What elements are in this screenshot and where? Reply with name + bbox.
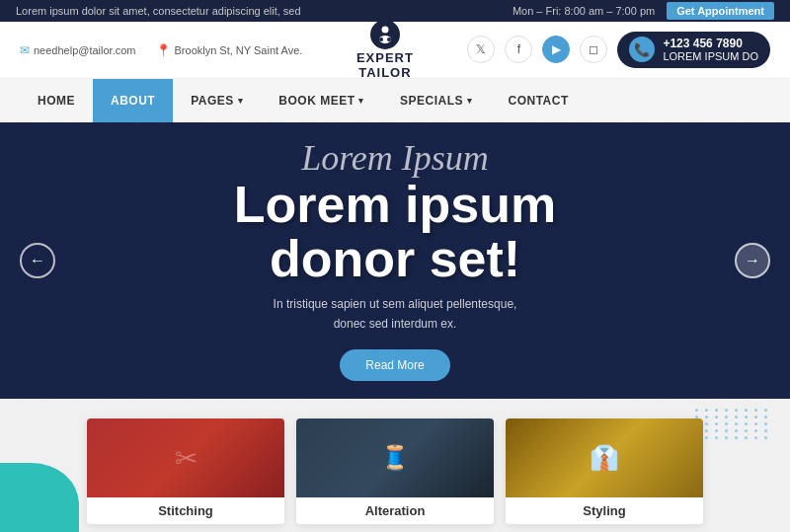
phone-label: LOREM IPSUM DO (663, 50, 758, 63)
youtube-icon[interactable]: ▶ (542, 36, 570, 63)
nav-home[interactable]: HOME (20, 79, 93, 122)
mail-icon: ✉ (20, 43, 30, 57)
svg-point-3 (387, 38, 391, 41)
service-card-styling[interactable]: Styling (506, 418, 703, 524)
svg-point-2 (379, 38, 383, 41)
hero-title-line1: Lorem ipsum (234, 176, 557, 233)
hero-main-title: Lorem ipsum donor set! (234, 178, 557, 285)
service-cards: Stitching Alteration Styling (20, 418, 770, 524)
header-contact: ✉ needhelp@tailor.com 📍 Brooklyn St, NY … (20, 43, 302, 57)
hero-cursive-text: Lorem Ipsum (234, 140, 557, 176)
hero-next-arrow[interactable]: → (735, 243, 770, 278)
svg-point-0 (381, 27, 388, 34)
hero-subtitle: In tristique sapien ut sem aliquet pelle… (267, 295, 523, 333)
logo[interactable]: EXPERT TAILOR (356, 20, 414, 80)
specials-dropdown-arrow: ▾ (467, 96, 473, 106)
location-icon: 📍 (156, 43, 171, 57)
alteration-label: Alteration (296, 497, 494, 524)
address-text: Brooklyn St, NY Saint Ave. (175, 44, 303, 56)
hero-prev-arrow[interactable]: ← (20, 243, 55, 278)
styling-label: Styling (506, 497, 703, 524)
navbar: HOME ABOUT PAGES ▾ BOOK MEET ▾ SPECIALS … (0, 79, 790, 122)
logo-line1: EXPERT (356, 51, 414, 65)
hero-content: Lorem Ipsum Lorem ipsum donor set! In tr… (234, 140, 557, 381)
logo-person-svg (374, 24, 396, 45)
email-contact: ✉ needhelp@tailor.com (20, 43, 136, 57)
service-card-alteration[interactable]: Alteration (296, 418, 494, 524)
services-section: Stitching Alteration Styling (0, 399, 790, 532)
nav-about[interactable]: ABOUT (93, 79, 173, 122)
top-bar-right: Mon – Fri: 8:00 am – 7:00 pm Get Appoint… (513, 2, 774, 20)
styling-image (506, 418, 703, 497)
instagram-icon[interactable]: ◻ (580, 36, 607, 63)
twitter-icon[interactable]: 𝕏 (467, 36, 495, 63)
facebook-icon[interactable]: f (505, 36, 532, 63)
dot-grid (695, 409, 770, 439)
get-appointment-button[interactable]: Get Appointment (667, 2, 774, 20)
address-contact: 📍 Brooklyn St, NY Saint Ave. (156, 43, 303, 57)
phone-icon: 📞 (629, 37, 655, 62)
logo-icon (370, 20, 400, 49)
stitching-label: Stitching (87, 497, 284, 524)
nav-pages[interactable]: PAGES ▾ (173, 79, 261, 122)
nav-specials[interactable]: SPECIALS ▾ (382, 79, 491, 122)
dot-pattern-decoration (695, 409, 770, 439)
stitching-image (87, 418, 284, 497)
header-right: 𝕏 f ▶ ◻ 📞 +123 456 7890 LOREM IPSUM DO (467, 32, 770, 69)
service-card-stitching[interactable]: Stitching (87, 418, 284, 524)
logo-line2: TAILOR (356, 66, 414, 80)
phone-text: +123 456 7890 LOREM IPSUM DO (663, 37, 758, 64)
book-meet-dropdown-arrow: ▾ (358, 96, 364, 106)
announcement-text: Lorem ipsum dolor sit amet, consectetur … (16, 5, 301, 17)
hero-section: ← Lorem Ipsum Lorem ipsum donor set! In … (0, 122, 790, 399)
nav-book-meet[interactable]: BOOK MEET ▾ (261, 79, 382, 122)
top-bar: Lorem ipsum dolor sit amet, consectetur … (0, 0, 790, 22)
phone-box: 📞 +123 456 7890 LOREM IPSUM DO (617, 32, 770, 69)
hero-title-line2: donor set! (270, 230, 520, 287)
nav-contact[interactable]: CONTACT (490, 79, 586, 122)
hours-text: Mon – Fri: 8:00 am – 7:00 pm (513, 5, 655, 17)
logo-text: EXPERT TAILOR (356, 51, 414, 80)
header: ✉ needhelp@tailor.com 📍 Brooklyn St, NY … (0, 22, 790, 79)
email-text: needhelp@tailor.com (34, 44, 136, 56)
read-more-button[interactable]: Read More (340, 349, 449, 381)
alteration-image (296, 418, 494, 497)
pages-dropdown-arrow: ▾ (238, 96, 244, 106)
phone-number: +123 456 7890 (663, 37, 758, 50)
